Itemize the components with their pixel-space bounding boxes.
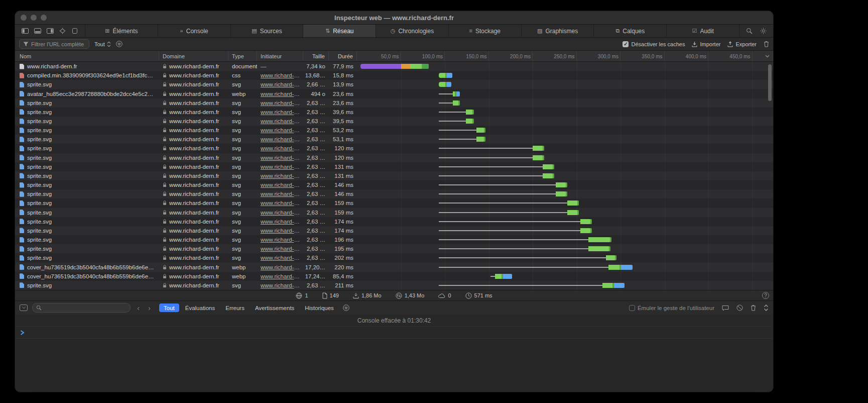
request-initiator[interactable]: www.richard-d…	[261, 145, 300, 151]
request-initiator[interactable]: www.richard-d…	[261, 182, 300, 188]
disable-caches-checkbox[interactable]: ✓	[623, 41, 629, 47]
url-filter-input[interactable]	[31, 41, 85, 47]
request-initiator[interactable]: www.richard-d…	[261, 100, 300, 106]
message-type-icon[interactable]	[343, 305, 349, 311]
tab-audit[interactable]: ☑ Audit	[666, 25, 739, 37]
column-header-size[interactable]: Taille	[303, 51, 329, 61]
network-request-row[interactable]: sprite.svg www.richard-dern.fr svg www.r…	[15, 153, 773, 162]
network-request-row[interactable]: sprite.svg www.richard-dern.fr svg www.r…	[15, 135, 773, 144]
request-initiator[interactable]: www.richard-d…	[261, 210, 300, 216]
request-initiator[interactable]: www.richard-d…	[261, 72, 300, 78]
request-initiator[interactable]: www.richard-d…	[261, 164, 300, 170]
network-request-row[interactable]: sprite.svg www.richard-dern.fr svg www.r…	[15, 171, 773, 180]
emulate-user-gesture-control[interactable]: Émuler le geste de l'utilisateur	[629, 305, 714, 311]
console-search-field[interactable]	[32, 303, 131, 313]
request-initiator[interactable]: www.richard-d…	[261, 81, 300, 87]
network-request-row[interactable]: sprite.svg www.richard-dern.fr svg www.r…	[15, 281, 773, 290]
request-initiator[interactable]: www.richard-d…	[261, 246, 300, 252]
console-messages-icon[interactable]	[722, 305, 729, 311]
column-header-initiator[interactable]: Initiateur	[257, 51, 303, 61]
network-request-row[interactable]: sprite.svg www.richard-dern.fr svg www.r…	[15, 208, 773, 217]
trash-icon[interactable]	[751, 305, 756, 311]
filter-options-icon[interactable]	[116, 41, 122, 47]
request-initiator[interactable]: www.richard-d…	[261, 237, 300, 243]
console-filter-icon[interactable]	[20, 305, 28, 311]
network-request-row[interactable]: sprite.svg www.richard-dern.fr svg www.r…	[15, 180, 773, 189]
request-initiator[interactable]: www.richard-d…	[261, 191, 300, 197]
request-initiator[interactable]: www.richard-d…	[261, 282, 300, 288]
zoom-window-button[interactable]	[41, 15, 47, 21]
tab-sources[interactable]: ▤ Sources	[230, 25, 303, 37]
column-header-type[interactable]: Type	[228, 51, 257, 61]
console-scope-tout[interactable]: Tout	[159, 304, 179, 312]
network-request-row[interactable]: www.richard-dern.fr www.richard-dern.fr …	[15, 62, 773, 71]
clear-console-icon[interactable]	[736, 305, 743, 311]
tab-chronologies[interactable]: ◷ Chronologies	[376, 25, 448, 37]
console-prompt[interactable]	[15, 327, 773, 339]
request-initiator[interactable]: www.richard-d…	[261, 273, 300, 279]
network-request-row[interactable]: sprite.svg www.richard-dern.fr svg www.r…	[15, 80, 773, 89]
tab-réseau[interactable]: ⇅ Réseau	[303, 25, 376, 37]
console-scope-historiques[interactable]: Historiques	[300, 304, 338, 312]
tab-calques[interactable]: ⧉ Calques	[593, 25, 666, 37]
chevron-down-icon[interactable]	[765, 55, 770, 58]
next-result-button[interactable]: ›	[146, 304, 153, 312]
tab-stockage[interactable]: ≡ Stockage	[448, 25, 521, 37]
trash-icon[interactable]	[764, 41, 769, 47]
emulate-user-gesture-checkbox[interactable]	[629, 305, 635, 311]
network-request-row[interactable]: sprite.svg www.richard-dern.fr svg www.r…	[15, 108, 773, 117]
column-header-name[interactable]: Nom	[15, 51, 159, 61]
responsive-device-icon[interactable]	[71, 28, 78, 34]
request-initiator[interactable]: www.richard-d…	[261, 219, 300, 225]
resource-type-dropdown[interactable]: Tout	[94, 41, 111, 47]
console-scope-erreurs[interactable]: Erreurs	[221, 304, 249, 312]
inspect-element-icon[interactable]	[59, 28, 66, 34]
request-initiator[interactable]: www.richard-d…	[261, 200, 300, 206]
network-request-row[interactable]: sprite.svg www.richard-dern.fr svg www.r…	[15, 144, 773, 153]
export-button[interactable]: Exporter	[727, 41, 757, 47]
network-request-row[interactable]: sprite.svg www.richard-dern.fr svg www.r…	[15, 226, 773, 235]
network-request-row[interactable]: avatar_hu85ecc3e298728880b0bde2dcc4e5c23…	[15, 89, 773, 98]
network-request-row[interactable]: sprite.svg www.richard-dern.fr svg www.r…	[15, 189, 773, 198]
vertical-scrollbar[interactable]	[768, 64, 772, 101]
console-scope-avertissements[interactable]: Avertissements	[251, 304, 299, 312]
console-scope-évaluations[interactable]: Évaluations	[181, 304, 219, 312]
network-request-row[interactable]: sprite.svg www.richard-dern.fr svg www.r…	[15, 253, 773, 262]
minimize-window-button[interactable]	[31, 15, 37, 21]
request-initiator[interactable]: www.richard-d…	[261, 155, 300, 161]
request-initiator[interactable]: www.richard-d…	[261, 255, 300, 261]
dock-side-right-icon[interactable]	[47, 28, 54, 34]
import-button[interactable]: Importer	[692, 41, 720, 47]
console-search-input[interactable]	[44, 305, 127, 311]
request-initiator[interactable]: www.richard-d…	[261, 173, 300, 179]
request-initiator[interactable]: www.richard-d…	[261, 264, 300, 270]
column-header-duration[interactable]: Durée	[329, 51, 357, 61]
dock-side-left-icon[interactable]	[22, 28, 29, 34]
tab-éléments[interactable]: ⊞ Éléments	[85, 25, 158, 37]
gear-icon[interactable]	[760, 28, 767, 34]
network-request-row[interactable]: sprite.svg www.richard-dern.fr svg www.r…	[15, 198, 773, 208]
request-initiator[interactable]: www.richard-d…	[261, 118, 300, 124]
previous-result-button[interactable]: ‹	[135, 304, 142, 312]
request-initiator[interactable]: www.richard-d…	[261, 109, 300, 115]
request-initiator[interactable]: www.richard-d…	[261, 136, 300, 142]
network-request-row[interactable]: cover_hu736519dc3b5040cfa48b6b559b6de6ec…	[15, 272, 773, 281]
network-request-row[interactable]: compiled.min.38390909f303624ed9e1cf1bd3f…	[15, 71, 773, 80]
network-request-row[interactable]: sprite.svg www.richard-dern.fr svg www.r…	[15, 126, 773, 135]
request-initiator[interactable]: www.richard-d…	[261, 127, 300, 133]
network-request-row[interactable]: sprite.svg www.richard-dern.fr svg www.r…	[15, 244, 773, 253]
tab-console[interactable]: » Console	[158, 25, 230, 37]
help-button[interactable]: ?	[762, 292, 769, 299]
search-icon[interactable]	[746, 28, 753, 34]
network-request-row[interactable]: cover_hu736519dc3b5040cfa48b6b559b6de6ec…	[15, 262, 773, 271]
network-request-row[interactable]: sprite.svg www.richard-dern.fr svg www.r…	[15, 162, 773, 171]
request-initiator[interactable]: www.richard-d…	[261, 91, 300, 97]
request-initiator[interactable]: www.richard-d…	[261, 228, 300, 234]
expand-console-icon[interactable]	[764, 305, 769, 311]
tab-graphismes[interactable]: ▨ Graphismes	[521, 25, 594, 37]
dock-bottom-icon[interactable]	[34, 28, 41, 34]
network-request-row[interactable]: sprite.svg www.richard-dern.fr svg www.r…	[15, 117, 773, 126]
close-window-button[interactable]	[21, 15, 27, 21]
column-header-domain[interactable]: Domaine	[159, 51, 228, 61]
network-request-row[interactable]: sprite.svg www.richard-dern.fr svg www.r…	[15, 235, 773, 244]
